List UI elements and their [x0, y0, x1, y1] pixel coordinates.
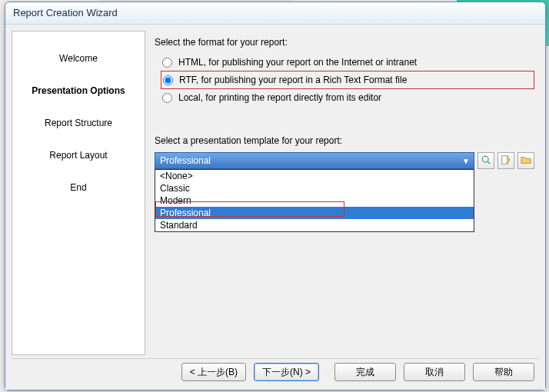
template-browse-button[interactable] — [517, 152, 534, 169]
dropdown-item-label: Modern — [160, 195, 191, 206]
svg-point-0 — [482, 156, 488, 162]
window-titlebar[interactable]: Report Creation Wizard — [5, 2, 545, 25]
chevron-down-icon: ▼ — [460, 157, 472, 165]
help-button[interactable]: 帮助 — [473, 363, 534, 381]
sidebar-item-end[interactable]: End — [17, 171, 140, 204]
sidebar-item-label: Report Structure — [45, 118, 112, 128]
wizard-window: Report Creation Wizard Welcome Presentat… — [5, 2, 546, 390]
template-section: Select a presentation template for your … — [155, 135, 534, 169]
sidebar-item-welcome[interactable]: Welcome — [17, 42, 140, 75]
wizard-steps-sidebar: Welcome Presentation Options Report Stru… — [12, 31, 145, 355]
cancel-button[interactable]: 取消 — [404, 363, 465, 381]
format-radio-rtf[interactable] — [163, 75, 173, 85]
format-option-label: HTML, for publishing your report on the … — [178, 57, 417, 68]
wizard-page-content: Select the format for your report: HTML,… — [153, 31, 539, 355]
template-combobox-value: Professional — [160, 155, 211, 166]
dropdown-item-label: Classic — [160, 183, 190, 194]
folder-icon — [521, 154, 531, 168]
template-combobox[interactable]: Professional ▼ — [155, 152, 474, 169]
template-prompt: Select a presentation template for your … — [155, 135, 534, 146]
format-radio-html[interactable] — [162, 58, 172, 68]
template-option-none[interactable]: <None> — [155, 170, 474, 182]
dropdown-item-label: Standard — [160, 220, 198, 231]
format-option-label: Local, for printing the report directly … — [178, 92, 381, 103]
dropdown-item-label: Professional — [160, 208, 211, 218]
edit-icon — [501, 154, 511, 168]
back-button[interactable]: < 上一步(B) — [181, 363, 246, 381]
sidebar-item-label: End — [70, 182, 86, 193]
format-prompt: Select the format for your report: — [155, 37, 534, 48]
format-radio-group: HTML, for publishing your report on the … — [161, 54, 534, 106]
format-option-html[interactable]: HTML, for publishing your report on the … — [161, 54, 534, 71]
sidebar-item-label: Welcome — [59, 53, 98, 64]
svg-line-1 — [487, 161, 490, 164]
sidebar-item-presentation-options[interactable]: Presentation Options — [17, 75, 140, 107]
template-dropdown-list[interactable]: <None> Classic Modern Professional Stand… — [155, 169, 474, 232]
template-combo-row: Professional ▼ <None> Classic Modern Pro… — [155, 152, 534, 169]
format-radio-local[interactable] — [162, 93, 172, 103]
client-area: Welcome Presentation Options Report Stru… — [5, 25, 545, 390]
sidebar-item-report-layout[interactable]: Report Layout — [17, 139, 140, 171]
finish-button[interactable]: 完成 — [334, 363, 396, 381]
main-row: Welcome Presentation Options Report Stru… — [12, 31, 539, 355]
template-option-modern[interactable]: Modern — [155, 194, 474, 207]
template-edit-button[interactable] — [497, 152, 514, 169]
sidebar-item-label: Report Layout — [49, 150, 107, 161]
template-option-professional[interactable]: Professional — [155, 207, 474, 219]
wizard-button-row: < 上一步(B) 下一步(N) > 完成 取消 帮助 — [12, 358, 539, 385]
sidebar-item-label: Presentation Options — [32, 85, 125, 96]
window-title: Report Creation Wizard — [13, 7, 118, 18]
preview-icon — [481, 154, 491, 168]
dropdown-item-label: <None> — [160, 171, 193, 181]
template-option-standard[interactable]: Standard — [155, 219, 474, 231]
template-combo-wrap: Professional ▼ <None> Classic Modern Pro… — [155, 152, 474, 169]
template-option-classic[interactable]: Classic — [155, 182, 474, 194]
format-option-local[interactable]: Local, for printing the report directly … — [161, 89, 534, 106]
format-option-rtf[interactable]: RTF, for publishing your report in a Ric… — [161, 71, 534, 89]
format-option-label: RTF, for publishing your report in a Ric… — [179, 75, 407, 85]
template-preview-button[interactable] — [477, 152, 494, 169]
sidebar-item-report-structure[interactable]: Report Structure — [17, 107, 140, 139]
next-button[interactable]: 下一步(N) > — [254, 363, 319, 381]
